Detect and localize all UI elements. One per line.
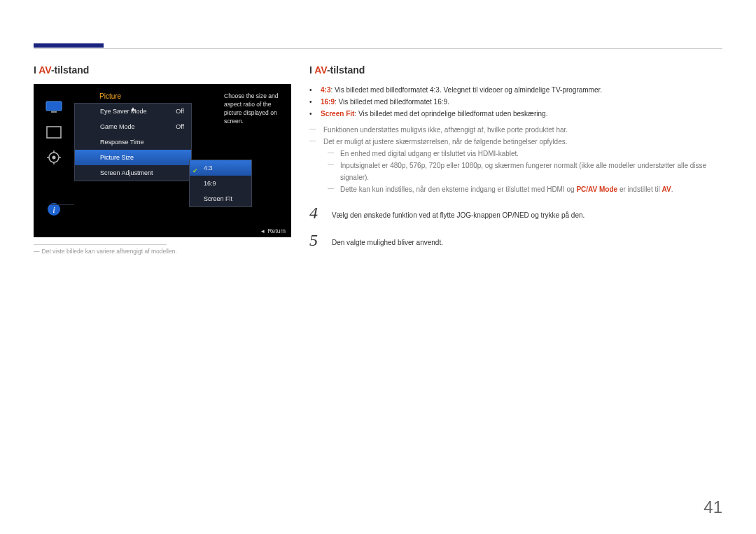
header-accent [34,43,104,48]
step-number: 5 [309,231,322,250]
osd-sub-label: 4:3 [204,164,213,171]
caption-dash: ― [34,248,40,255]
monitor-icon [43,97,64,118]
right-column: I AV-tilstand 4:3: Vis billedet med bill… [309,64,715,255]
info-icon: i [43,199,64,220]
note-2b: Inputsignalet er 480p, 576p, 720p eller … [309,160,715,183]
note-2c-bold1: PC/AV Mode [576,185,617,193]
osd-return-label: Return [267,227,286,234]
note-2c-mid: er indstillet til [617,185,662,193]
step-number: 4 [309,204,322,223]
caption-text: Det viste billede kan variere afhængigt … [42,248,177,255]
note-2: Det er muligt at justere skærmstørrelsen… [309,136,715,148]
title-suffix: -tilstand [327,64,365,76]
osd-help-text: Choose the size and aspect ratio of the … [224,92,287,126]
osd-row-eye-saver: ▲ Eye Saver Mode Off [75,104,191,119]
header-rule [34,43,722,49]
bullet-4-3: 4:3: Vis billedet med billedformatet 4:3… [321,84,715,96]
osd-list: ▲ Eye Saver Mode Off Game Mode Off Respo… [74,103,192,181]
title-suffix: -tilstand [51,64,89,76]
bullet-16-9: 16:9: Vis billedet med billedformatet 16… [321,96,715,108]
svg-text:i: i [52,204,55,215]
osd-row-picture-size: Picture Size [75,150,191,165]
osd-sub-4-3: ✔ 4:3 [190,160,251,176]
osd-sidebar: i [42,92,66,224]
osd-submenu: ✔ 4:3 16:9 Screen Fit [189,160,252,207]
osd-row-label: Eye Saver Mode [100,108,147,115]
note-2c: Dette kan kun indstilles, når den ekster… [309,183,715,195]
title-accent: AV [38,64,51,76]
svg-rect-1 [51,111,57,113]
osd-row-label: Game Mode [100,123,135,130]
osd-row-label: Screen Adjustment [100,169,153,176]
left-arrow-icon: ◂ [261,227,265,234]
step-text: Vælg den ønskede funktion ved at flytte … [332,204,715,223]
osd-sidebar-divider [50,204,74,205]
bullet-label: 16:9 [321,98,335,106]
frame-icon [43,122,64,143]
osd-footer: ◂ Return [261,227,286,234]
svg-rect-2 [47,127,61,138]
note-2a: En enhed med digital udgang er tilslutte… [309,148,715,160]
up-arrow-icon: ▲ [130,106,136,112]
osd-screenshot: i Picture ▲ Eye Saver Mode Off Game Mo [34,84,291,237]
osd-row-label: Response Time [100,139,144,146]
image-caption: ―Det viste billede kan variere afhængigt… [34,248,291,255]
page-number: 41 [704,498,722,517]
osd-row-game-mode: Game Mode Off [75,119,191,134]
osd-sub-label: Screen Fit [204,195,232,202]
bullet-desc: : Vis billedet med billedformatet 4:3. V… [330,86,602,94]
osd-sub-label: 16:9 [204,180,216,187]
left-column: I AV-tilstand i Picture ▲ [34,64,291,255]
osd-row-response-time: Response Time [75,134,191,150]
notes-block: Funktionen understøttes muligvis ikke, a… [309,124,715,195]
osd-row-value: Off [176,123,184,130]
bullet-label: Screen Fit [321,110,354,118]
osd-sub-16-9: 16:9 [190,176,251,191]
note-1: Funktionen understøttes muligvis ikke, a… [309,124,715,136]
note-2c-post: . [671,185,673,193]
step-4: 4 Vælg den ønskede funktion ved at flytt… [309,204,715,223]
bullet-screen-fit: Screen Fit: Vis billedet med det oprinde… [321,108,715,120]
bullet-desc: : Vis billedet med det oprindelige bille… [354,110,547,118]
note-2c-bold2: AV [662,185,671,193]
step-5: 5 Den valgte mulighed bliver anvendt. [309,231,715,250]
right-section-title: I AV-tilstand [309,64,715,76]
osd-row-screen-adjustment: Screen Adjustment [75,165,191,181]
note-2c-pre: Dette kan kun indstilles, når den ekster… [340,185,576,193]
gear-icon [43,147,64,168]
svg-rect-0 [46,101,62,111]
step-text: Den valgte mulighed bliver anvendt. [332,231,715,250]
left-section-title: I AV-tilstand [34,64,291,76]
osd-sub-screen-fit: Screen Fit [190,191,251,206]
title-accent: AV [314,64,327,76]
bullet-list: 4:3: Vis billedet med billedformatet 4:3… [309,84,715,120]
osd-row-label: Picture Size [100,154,134,161]
bullet-desc: : Vis billedet med billedformatet 16:9. [335,98,449,106]
svg-point-4 [52,156,56,160]
osd-row-value: Off [176,108,184,115]
caption-divider [34,244,167,245]
bullet-label: 4:3 [321,86,330,94]
